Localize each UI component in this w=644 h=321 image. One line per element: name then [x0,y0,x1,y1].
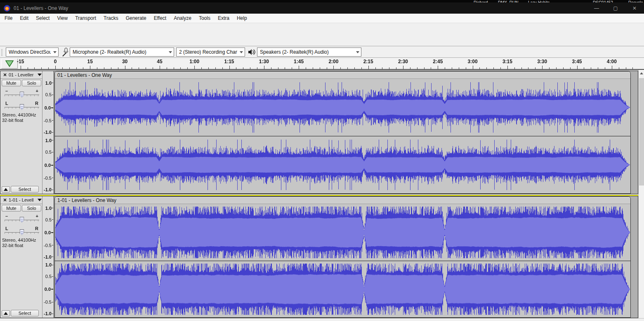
menu-effect[interactable]: Effect [150,14,170,23]
select-button[interactable]: Select [11,310,39,316]
track-title-text: 1-01 - Levell [9,197,38,202]
menu-tracks[interactable]: Tracks [100,14,122,23]
waveform-channel-left[interactable] [55,79,630,136]
track-info-line2: 32-bit float [2,243,23,248]
close-track-button[interactable]: ✕ [2,197,8,203]
track-control-panel: ✕01 - LevellerMuteSolo–+LRStereo, 44100H… [0,71,42,194]
scale-label: 0.5 [45,217,53,222]
pan-slider-max-label: R [35,101,38,106]
gain-slider-thumb[interactable] [20,217,24,223]
scale-label: 0.0 [45,163,53,168]
titlebar[interactable]: 01 - Levellers - One Way — ▢ ✕ [0,2,644,14]
menu-tools[interactable]: Tools [195,14,214,23]
timeline-options-button[interactable] [1,59,18,69]
pan-slider-max-label: R [35,226,38,231]
menu-select[interactable]: Select [32,14,53,23]
solo-button[interactable]: Solo [22,80,41,86]
playback-device-select[interactable]: Speakers (2- Realtek(R) Audio) [257,48,361,57]
scrollbar-thumb[interactable] [639,78,644,185]
collapse-track-button[interactable] [2,310,10,316]
horizontal-scrollbar-strip[interactable] [0,318,644,321]
clip-title[interactable]: 01 - Levellers - One Way [55,71,630,79]
timeline-ruler[interactable]: -1501530451:001:151:301:452:002:152:302:… [0,58,644,70]
maximize-button[interactable]: ▢ [606,2,625,14]
recording-device-select[interactable]: Microphone (2- Realtek(R) Audio) [70,48,174,57]
solo-button[interactable]: Solo [22,205,41,212]
gain-slider[interactable]: –+ [4,88,40,99]
waveform-canvas[interactable] [55,136,630,193]
menu-extra[interactable]: Extra [214,14,233,23]
dropdown-caret-icon [38,74,42,76]
gain-slider-thumb[interactable] [20,92,24,97]
menu-generate[interactable]: Generate [122,14,150,23]
audio-clip[interactable]: 01 - Levellers - One Way [54,71,631,194]
vertical-scale-channel: 1.00.50.0-0.5-1.0 [42,261,54,318]
scale-label: 0.0 [45,105,53,110]
track-info-line1: Stereo, 44100Hz [2,238,36,243]
vertical-scale-channel: 1.00.50.0-0.5-1.0 [42,79,54,136]
recording-channels-select[interactable]: 2 (Stereo) Recording Chann [176,48,245,57]
scale-label: 1.0 [45,81,53,86]
waveform-channel-left[interactable] [55,204,630,261]
clip-title[interactable]: 1-01 - Levellers - One Way [55,197,630,204]
scale-label: 0.0 [45,230,53,235]
menu-view[interactable]: View [53,14,71,23]
device-toolbar-grip[interactable] [1,48,3,56]
audacity-window: RichardRMX_RUNLazy HabitsDSC01452Recycle… [0,0,644,321]
audio-host-select[interactable]: Windows DirectSou [6,48,59,57]
mute-button[interactable]: Mute [2,205,21,212]
menu-transport[interactable]: Transport [71,14,100,23]
vertical-scale-ruler: 1.00.50.0-0.5-1.01.00.50.0-0.5-1.0 [42,71,54,194]
pan-slider[interactable]: LR [4,226,40,237]
waveform-area[interactable]: 01 - Levellers - One Way [54,71,638,194]
close-track-button[interactable]: ✕ [2,72,8,78]
audio-track-1[interactable]: ✕01 - LevellerMuteSolo–+LRStereo, 44100H… [0,71,638,194]
collapse-icon [4,188,8,191]
collapse-icon [4,312,8,315]
vertical-scrollbar[interactable] [638,70,644,318]
scale-label: 1.0 [45,262,53,267]
pinned-play-head-icon [5,60,14,67]
pan-slider-thumb[interactable] [20,229,24,235]
scroll-up-icon[interactable] [640,72,643,74]
gain-slider-max-label: + [36,214,38,219]
recording-channels-value: 2 (Stereo) Recording Chann [179,49,237,55]
close-button[interactable]: ✕ [625,2,644,14]
scale-label: -0.5 [44,118,53,123]
waveform-channel-right[interactable] [55,261,630,318]
waveform-canvas[interactable] [55,261,630,318]
toolbar-dock: I ✱ [0,23,644,46]
track-info-line2: 32-bit float [2,118,23,123]
menu-edit[interactable]: Edit [16,14,32,23]
waveform-canvas[interactable] [55,204,630,261]
pan-slider-min-label: L [5,226,8,231]
chevron-down-icon [356,51,359,53]
menu-help[interactable]: Help [233,14,251,23]
waveform-area[interactable]: 1-01 - Levellers - One Way [54,196,638,318]
collapse-track-button[interactable] [2,186,10,193]
track-info-line1: Stereo, 44100Hz [2,112,36,118]
select-button[interactable]: Select [11,186,39,193]
menu-analyze[interactable]: Analyze [170,14,195,23]
audio-track-2-focused[interactable]: ✕1-01 - LevellMuteSolo–+LRStereo, 44100H… [0,196,638,318]
recording-device-icon [61,48,68,57]
scale-label: 0.5 [45,92,53,97]
minimize-button[interactable]: — [587,2,606,14]
scale-label: 0.5 [45,150,53,155]
menu-file[interactable]: File [1,14,16,23]
menubar: FileEditSelectViewTransportTracksGenerat… [0,14,644,23]
audio-clip[interactable]: 1-01 - Levellers - One Way [54,196,631,318]
timeline-ticks[interactable] [19,58,638,69]
gain-slider[interactable]: –+ [4,214,40,224]
audio-host-value: Windows DirectSou [9,49,51,55]
scale-label: -1.0 [44,130,53,135]
track-title-dropdown[interactable]: 1-01 - Levell [9,197,42,203]
mute-button[interactable]: Mute [2,80,21,86]
window-title: 01 - Levellers - One Way [14,5,68,11]
pan-slider-thumb[interactable] [20,104,24,110]
scale-label: -1.0 [44,187,53,192]
waveform-canvas[interactable] [55,79,630,136]
track-title-dropdown[interactable]: 01 - Leveller [9,72,42,78]
pan-slider[interactable]: LR [4,101,40,112]
waveform-channel-right[interactable] [55,136,630,193]
